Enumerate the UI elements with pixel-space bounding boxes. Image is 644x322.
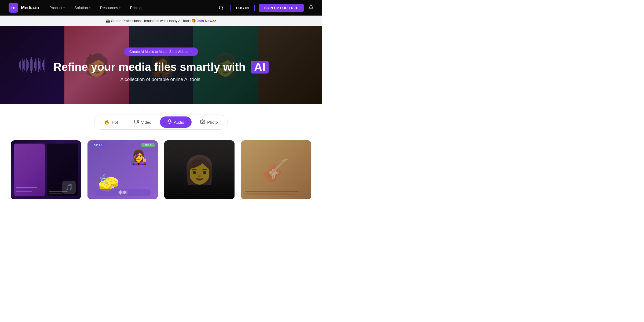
search-button[interactable] [216, 3, 226, 13]
signup-button[interactable]: SIGN UP FOR FREE [259, 4, 304, 12]
notification-bell-icon[interactable] [309, 5, 313, 11]
card-voice-changer[interactable]: 🧽 👩‍🎤 [87, 140, 158, 199]
svg-rect-3 [169, 119, 171, 122]
svg-point-6 [202, 121, 203, 123]
card-ui-left-badge: +ddd >> [90, 143, 104, 147]
card-2-image: 🧽 👩‍🎤 [87, 140, 158, 199]
hero-title: Refine your media files smartly with AI [53, 61, 269, 74]
navbar: m Media.io Product ▾ Solution ▾ Resource… [0, 0, 322, 16]
nav-resources[interactable]: Resources ▾ [96, 0, 124, 16]
waveform-bar-ui [94, 189, 151, 196]
music-note-icon: 🎵 [62, 181, 76, 194]
banner-icon: 📸 [106, 19, 110, 23]
filter-section: 🔥 Hot Video Audio [0, 104, 322, 138]
promo-banner: 📸 Create Professional Headshots with Han… [0, 16, 322, 26]
filter-tab-photo[interactable]: Photo [193, 117, 225, 127]
card-4-image: 🎸 [241, 140, 311, 199]
video-icon [134, 120, 139, 125]
chevron-down-icon: ▾ [63, 6, 65, 9]
card-3-image: 🎙 👩 [164, 140, 235, 199]
hero-section: 🧑 🧑‍🎤 👩 Create AI Music to Match Sora Vi… [0, 26, 322, 104]
filter-tab-hot[interactable]: 🔥 Hot [97, 117, 125, 127]
svg-rect-2 [134, 120, 138, 123]
nav-product[interactable]: Product ▾ [46, 0, 68, 16]
ai-badge: AI [251, 61, 269, 74]
hero-subtitle: A collection of portable online AI tools… [53, 77, 269, 82]
hero-content: Create AI Music to Match Sora Videos → R… [48, 47, 274, 82]
card-music-screens[interactable]: 🎵 [11, 140, 81, 199]
nav-pricing[interactable]: Pricing [126, 0, 145, 16]
logo-text: Media.io [21, 5, 39, 10]
card-ui-badges: +ddd >> [141, 143, 155, 147]
cards-section: 🎵 🧽 👩‍🎤 [0, 138, 322, 210]
filter-tab-audio[interactable]: Audio [160, 116, 192, 128]
hero-cta-pill[interactable]: Create AI Music to Match Sora Videos → [124, 47, 198, 56]
microphone-icon [167, 119, 172, 125]
photo-icon [200, 119, 205, 125]
filter-tab-video[interactable]: Video [127, 117, 159, 127]
cards-grid: 🎵 🧽 👩‍🎤 [11, 140, 311, 199]
card-guitar[interactable]: 🎸 [241, 140, 311, 199]
banner-gift-icon: 🎁 [192, 19, 196, 23]
logo-icon: m [9, 3, 18, 13]
chevron-down-icon: ▾ [89, 6, 90, 9]
banner-cta-link[interactable]: Join Now>> [197, 19, 216, 23]
logo[interactable]: m Media.io [9, 3, 39, 13]
svg-rect-5 [200, 120, 205, 123]
fire-icon: 🔥 [104, 120, 109, 125]
nav-solution[interactable]: Solution ▾ [71, 0, 94, 16]
card-1-image: 🎵 [11, 140, 81, 199]
chevron-down-icon: ▾ [119, 6, 120, 9]
svg-line-1 [222, 9, 223, 9]
singer-character: 👩‍🎤 [130, 149, 147, 166]
login-button[interactable]: LOG IN [230, 4, 255, 12]
filter-bar: 🔥 Hot Video Audio [94, 115, 228, 130]
card-microphone[interactable]: 🎙 👩 [164, 140, 235, 199]
banner-text: Create Professional Headshots with Handy… [111, 19, 191, 23]
